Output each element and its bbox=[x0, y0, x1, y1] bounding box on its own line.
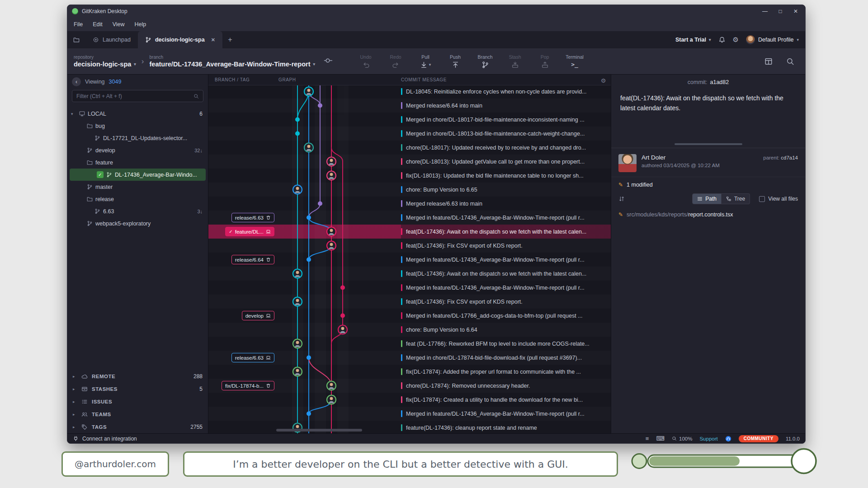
viewing-count[interactable]: 3049 bbox=[109, 79, 122, 85]
sidebar-tree-item[interactable]: DL-17721_DL-Updates-selector... bbox=[67, 132, 208, 144]
commit-row[interactable]: chore: Bump Version to 6.64 bbox=[208, 323, 611, 337]
commit-sha[interactable]: a1ad82 bbox=[710, 79, 729, 85]
sidebar-section[interactable]: ▸ ISSUES bbox=[67, 395, 208, 408]
terminal-button[interactable]: Terminal >_ bbox=[562, 54, 587, 69]
sidebar-tree-item[interactable]: master bbox=[67, 181, 208, 193]
branch-label-pill[interactable]: release/6.64 bbox=[231, 255, 274, 264]
sidebar-tree-item[interactable]: develop 32↓ bbox=[67, 144, 208, 156]
pop-button[interactable]: Pop bbox=[532, 54, 557, 69]
commit-row[interactable]: Merged release/6.64 into main bbox=[208, 99, 611, 113]
commit-row[interactable]: Merged in feature/DL-17436_Average-Bar-W… bbox=[208, 281, 611, 295]
version-label: 11.0.0 bbox=[786, 436, 800, 441]
commit-row[interactable]: feat(DL-17436): Fix CSV export of KDS re… bbox=[208, 239, 611, 253]
repository-dropdown[interactable]: repository decision-logic-spa▾ bbox=[74, 55, 136, 68]
community-badge[interactable]: COMMUNITY bbox=[739, 435, 778, 442]
branch-label-pill[interactable]: release/6.63 bbox=[231, 213, 274, 222]
tree-view-button[interactable]: Tree bbox=[722, 193, 750, 204]
list-icon[interactable]: ≡ bbox=[646, 435, 649, 442]
checkbox-icon[interactable] bbox=[759, 196, 765, 202]
path-view-button[interactable]: Path bbox=[692, 193, 722, 204]
sidebar-section[interactable]: ▸ STASHES 5 bbox=[67, 383, 208, 395]
commit-row[interactable]: fix(DL-17874): Added the proper url form… bbox=[208, 365, 611, 379]
headset-icon[interactable] bbox=[725, 436, 731, 442]
commit-message: feat(DL-17436): Await on the dispatch so… bbox=[406, 271, 586, 277]
sidebar-tree-item[interactable]: 6.63 3↓ bbox=[67, 205, 208, 217]
commit-row[interactable]: Merged in chore/DL-18017-bid-file-mainte… bbox=[208, 113, 611, 127]
view-all-files-toggle[interactable]: View all files bbox=[759, 196, 798, 202]
undo-button[interactable]: Undo bbox=[353, 54, 378, 69]
back-icon[interactable]: ‹ bbox=[72, 77, 81, 86]
sort-icon[interactable] bbox=[618, 196, 625, 202]
tab-repository[interactable]: decision-logic-spa ✕ bbox=[138, 31, 222, 48]
commit-row[interactable]: chore(DL-18017): Updated received by to … bbox=[208, 141, 611, 155]
sidebar-section[interactable]: ▸ TAGS 2755 bbox=[67, 421, 208, 433]
tab-launchpad[interactable]: Launchpad bbox=[85, 31, 138, 48]
minimize-button[interactable]: — bbox=[757, 5, 773, 18]
menu-edit[interactable]: Edit bbox=[93, 21, 103, 28]
commit-row[interactable]: fix/DL-17874-b... chore(DL-17874): Remov… bbox=[208, 379, 611, 393]
branch-label-pill[interactable]: ✓ feature/DL... bbox=[225, 227, 274, 236]
connect-integration-button[interactable]: Connect an integration bbox=[73, 436, 137, 442]
search-icon[interactable] bbox=[786, 57, 794, 66]
zoom-control[interactable]: 100% bbox=[672, 436, 692, 441]
keyboard-icon[interactable]: ⌨ bbox=[656, 435, 665, 442]
commit-row[interactable]: develop Merged in feature/DL-17766_add-c… bbox=[208, 309, 611, 323]
push-button[interactable]: Push bbox=[443, 54, 468, 69]
layout-panel-icon[interactable] bbox=[764, 57, 773, 66]
open-repo-button[interactable] bbox=[67, 31, 85, 48]
sidebar-tree-item[interactable]: release bbox=[67, 193, 208, 205]
branch-label-pill[interactable]: release/6.63 bbox=[231, 353, 274, 362]
chevron-down-icon[interactable]: ▾ bbox=[429, 62, 431, 67]
commit-row[interactable]: chore: Bump Version to 6.65 bbox=[208, 183, 611, 197]
close-button[interactable]: ✕ bbox=[788, 5, 803, 18]
menu-help[interactable]: Help bbox=[135, 21, 146, 28]
commit-row[interactable]: Merged in feature/DL-17436_Average-Bar-W… bbox=[208, 407, 611, 421]
commit-node-icon[interactable] bbox=[323, 56, 332, 66]
graph-settings-icon[interactable]: ⚙ bbox=[601, 77, 606, 84]
sidebar-section[interactable]: ▸ REMOTE 288 bbox=[67, 370, 208, 383]
branch-dropdown[interactable]: branch feature/DL-17436_Average-Bar-Wind… bbox=[150, 55, 316, 68]
horizontal-scrollbar[interactable] bbox=[276, 429, 362, 432]
commit-row[interactable]: fix(DL-18013): Updated the bid file main… bbox=[208, 169, 611, 183]
support-link[interactable]: Support bbox=[699, 436, 717, 441]
maximize-button[interactable]: □ bbox=[773, 5, 788, 18]
new-tab-button[interactable]: + bbox=[222, 36, 238, 44]
profile-menu[interactable]: Default Profile ▾ bbox=[746, 35, 799, 44]
sidebar-section[interactable]: ▸ TEAMS bbox=[67, 408, 208, 421]
sidebar-tree-item[interactable]: webpack5-exploratory bbox=[67, 217, 208, 230]
commit-row[interactable]: Merged release/6.63 into main bbox=[208, 197, 611, 211]
commit-row[interactable]: chore(DL-18013): Updated getValue call t… bbox=[208, 155, 611, 169]
sidebar-tree-item[interactable]: ✓ DL-17436_Average-Bar-Windo... bbox=[70, 169, 206, 181]
tab-close-icon[interactable]: ✕ bbox=[211, 37, 215, 43]
redo-button[interactable]: Redo bbox=[383, 54, 408, 69]
commit-row[interactable]: release/6.64 Merged in feature/DL-17436_… bbox=[208, 253, 611, 267]
menu-file[interactable]: File bbox=[74, 21, 83, 28]
branch-label-pill[interactable]: fix/DL-17874-b... bbox=[222, 381, 274, 390]
branch-label-text: fix/DL-17874-b... bbox=[225, 383, 264, 389]
stash-button[interactable]: Stash bbox=[502, 54, 528, 69]
menu-view[interactable]: View bbox=[113, 21, 125, 28]
commit-row[interactable]: fix(DL-17874): Created a utility to hand… bbox=[208, 393, 611, 407]
pull-button[interactable]: Pull ▾ bbox=[413, 54, 438, 69]
message-scrollbar[interactable] bbox=[675, 143, 742, 145]
commit-row[interactable]: ✓ feature/DL... feat(DL-17436): Await on… bbox=[208, 225, 611, 239]
changed-file-row[interactable]: ✎ src/modules/kds/reports/report.control… bbox=[611, 209, 805, 221]
commit-row[interactable]: Merged in chore/DL-18013-bid-file-mainte… bbox=[208, 127, 611, 141]
commit-row[interactable]: feature(DL-17436): cleanup report state … bbox=[208, 421, 611, 433]
commit-message-box[interactable]: feat(DL-17436): Await on the dispatch so… bbox=[611, 90, 805, 143]
commit-row[interactable]: DL-18045: Reinitialize enforce cycles wh… bbox=[208, 84, 611, 99]
commit-row[interactable]: release/6.63 Merged in feature/DL-17436_… bbox=[208, 211, 611, 225]
notifications-bell-icon[interactable] bbox=[718, 36, 726, 43]
commit-row[interactable]: feat(DL-17436): Await on the dispatch so… bbox=[208, 267, 611, 281]
sidebar-tree-item[interactable]: feature bbox=[67, 156, 208, 169]
commit-row[interactable]: feat(DL-17436): Fix CSV export of KDS re… bbox=[208, 295, 611, 309]
start-trial-button[interactable]: Start a Trial ▾ bbox=[675, 37, 711, 43]
commit-row[interactable]: feat (DL-17766): Reworked BFM top level … bbox=[208, 337, 611, 351]
branch-button[interactable]: Branch bbox=[472, 54, 498, 69]
sidebar-tree-item[interactable]: bug bbox=[67, 120, 208, 132]
settings-gear-icon[interactable]: ⚙ bbox=[733, 36, 739, 44]
commit-row[interactable]: release/6.63 Merged in chore/DL-17874-bi… bbox=[208, 351, 611, 365]
bran filter-input[interactable]: Filter (Ctrl + Alt + f) bbox=[72, 90, 203, 102]
sidebar-tree-item[interactable]: ▾ LOCAL 6 bbox=[67, 108, 208, 120]
branch-label-pill[interactable]: develop bbox=[242, 311, 274, 320]
